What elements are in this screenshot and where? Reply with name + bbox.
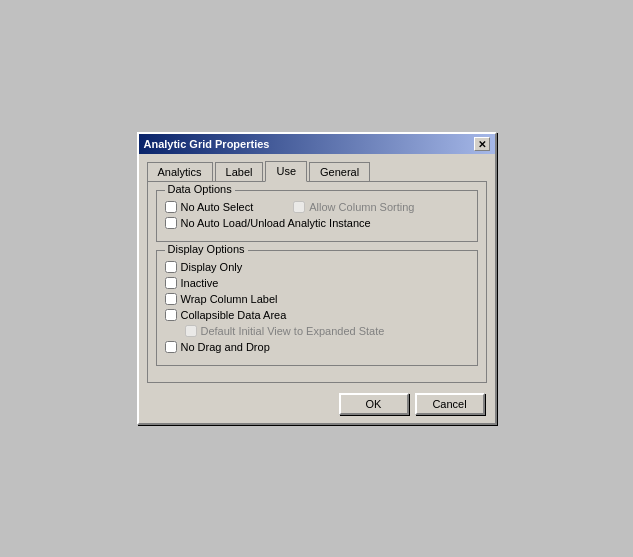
tab-analytics[interactable]: Analytics [147, 162, 213, 182]
display-only-row: Display Only [165, 261, 469, 273]
default-initial-view-row: Default Initial View to Expanded State [185, 325, 469, 337]
collapsible-data-area-label: Collapsible Data Area [181, 309, 287, 321]
no-auto-select-row: No Auto Select [165, 201, 254, 213]
allow-column-sorting-label: Allow Column Sorting [309, 201, 414, 213]
display-only-checkbox[interactable] [165, 261, 177, 273]
data-options-inner: No Auto Select Allow Column Sorting No A… [165, 201, 469, 229]
dialog-window: Analytic Grid Properties ✕ Analytics Lab… [137, 132, 497, 425]
no-auto-load-checkbox[interactable] [165, 217, 177, 229]
default-initial-view-checkbox[interactable] [185, 325, 197, 337]
display-options-group: Display Options Display Only Inactive Wr… [156, 250, 478, 366]
wrap-column-label-row: Wrap Column Label [165, 293, 469, 305]
allow-column-sorting-checkbox[interactable] [293, 201, 305, 213]
no-auto-load-row: No Auto Load/Unload Analytic Instance [165, 217, 469, 229]
no-drag-and-drop-row: No Drag and Drop [165, 341, 469, 353]
title-bar: Analytic Grid Properties ✕ [139, 134, 495, 154]
collapsible-data-area-checkbox[interactable] [165, 309, 177, 321]
cancel-button[interactable]: Cancel [415, 393, 485, 415]
ok-button[interactable]: OK [339, 393, 409, 415]
tab-content: Data Options No Auto Select Allow Column… [147, 181, 487, 383]
button-bar: OK Cancel [147, 393, 487, 415]
no-auto-select-label: No Auto Select [181, 201, 254, 213]
window-content: Analytics Label Use General Data Options [139, 154, 495, 423]
no-auto-select-checkbox[interactable] [165, 201, 177, 213]
data-options-group: Data Options No Auto Select Allow Column… [156, 190, 478, 242]
window-title: Analytic Grid Properties [144, 138, 270, 150]
data-options-legend: Data Options [165, 183, 235, 195]
wrap-column-label-checkbox[interactable] [165, 293, 177, 305]
display-only-label: Display Only [181, 261, 243, 273]
no-drag-and-drop-label: No Drag and Drop [181, 341, 270, 353]
data-options-row1: No Auto Select Allow Column Sorting [165, 201, 469, 217]
default-initial-view-label: Default Initial View to Expanded State [201, 325, 385, 337]
tab-label[interactable]: Label [215, 162, 264, 182]
tab-bar: Analytics Label Use General [147, 161, 487, 182]
tab-use[interactable]: Use [265, 161, 307, 182]
collapsible-data-area-row: Collapsible Data Area [165, 309, 469, 321]
no-auto-load-label: No Auto Load/Unload Analytic Instance [181, 217, 371, 229]
display-options-inner: Display Only Inactive Wrap Column Label … [165, 261, 469, 353]
tab-general[interactable]: General [309, 162, 370, 182]
allow-column-sorting-row: Allow Column Sorting [293, 201, 414, 213]
no-drag-and-drop-checkbox[interactable] [165, 341, 177, 353]
inactive-checkbox[interactable] [165, 277, 177, 289]
inactive-label: Inactive [181, 277, 219, 289]
close-button[interactable]: ✕ [474, 137, 490, 151]
display-options-legend: Display Options [165, 243, 248, 255]
inactive-row: Inactive [165, 277, 469, 289]
title-bar-text: Analytic Grid Properties [144, 138, 270, 150]
wrap-column-label-label: Wrap Column Label [181, 293, 278, 305]
